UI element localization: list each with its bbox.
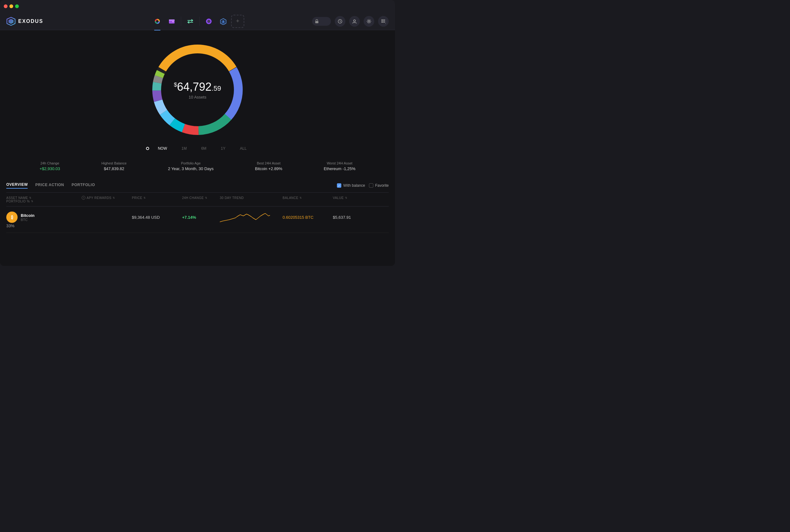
lock-button[interactable] (312, 17, 331, 26)
btc-change-24h: +7.14% (182, 215, 220, 220)
nav-tab-nft[interactable] (202, 15, 215, 28)
add-tab-button[interactable]: + (231, 15, 244, 28)
title-bar (0, 0, 395, 13)
svg-rect-21 (382, 20, 383, 21)
btc-sparkline (220, 211, 283, 224)
wallet-icon (168, 18, 175, 25)
nav-tab-exchange[interactable] (184, 15, 197, 28)
th-apy-rewards[interactable]: ? APY REWARDS ⇅ (82, 196, 132, 200)
timeline-all[interactable]: ALL (238, 145, 249, 152)
with-balance-checkbox[interactable]: ✓ (337, 183, 341, 188)
nav-tab-earn[interactable] (217, 15, 230, 28)
nav-tab-wallet[interactable] (165, 15, 178, 28)
btc-value: $5,637.91 (333, 215, 371, 220)
apps-icon (381, 19, 386, 24)
sort-icon-apy: ⇅ (113, 196, 115, 199)
portfolio-icon (154, 18, 161, 25)
th-24h-change[interactable]: 24H CHANGE ⇅ (182, 196, 220, 200)
tab-price-action[interactable]: PRICE ACTION (35, 183, 64, 188)
donut-center: $64,792.59 10 Assets (174, 80, 221, 99)
close-button[interactable] (4, 4, 7, 8)
favorite-checkbox[interactable] (369, 183, 373, 188)
svg-rect-23 (382, 22, 383, 23)
traffic-lights (4, 4, 19, 8)
exchange-icon (187, 18, 194, 25)
earn-icon (220, 18, 227, 25)
stat-portfolio-age: Portfolio Age 2 Year, 3 Month, 30 Days (168, 161, 213, 171)
logo-text: EXODUS (18, 19, 43, 24)
svg-point-8 (207, 20, 210, 23)
sort-icon-asset: ⇅ (29, 196, 32, 199)
timeline-now[interactable]: NOW (155, 145, 170, 152)
history-button[interactable] (335, 16, 345, 27)
stat-highest-balance: Highest Balance $47,839.82 (101, 161, 127, 171)
stats-row: 24h Change +$2,930.03 Highest Balance $4… (0, 158, 395, 177)
bitcoin-icon: ₿ (6, 211, 18, 223)
table-row[interactable]: ₿ Bitcoin BTC $9,364.48 USD +7.14% 0.602… (6, 207, 389, 233)
svg-rect-27 (385, 22, 386, 23)
nav-tabs: + (151, 15, 244, 28)
asset-name-bitcoin: Bitcoin (21, 213, 35, 218)
svg-rect-28 (385, 23, 386, 24)
asset-info: Bitcoin BTC (21, 213, 35, 222)
svg-rect-5 (169, 19, 174, 21)
settings-button[interactable] (363, 16, 374, 27)
history-icon (338, 19, 342, 24)
th-portfolio-pct[interactable]: PORTFOLIO % ⇅ (6, 200, 82, 203)
filter-favorite[interactable]: Favorite (369, 183, 389, 188)
header: EXODUS (0, 13, 395, 30)
maximize-button[interactable] (15, 4, 19, 8)
svg-rect-26 (385, 21, 386, 21)
assets-count: 10 Assets (174, 95, 221, 99)
btc-portfolio-pct: 33% (6, 224, 82, 228)
timeline-1y[interactable]: 1Y (218, 145, 228, 152)
tab-overview[interactable]: OVERVIEW (6, 182, 27, 189)
th-balance[interactable]: BALANCE ⇅ (283, 196, 333, 200)
th-value[interactable]: VALUE ⇅ (333, 196, 371, 200)
btc-sparkline-svg (220, 211, 270, 224)
favorite-label: Favorite (375, 183, 389, 188)
exodus-logo-icon (6, 17, 16, 26)
table-tabs-row: OVERVIEW PRICE ACTION PORTFOLIO ✓ With b… (6, 177, 389, 193)
th-price[interactable]: PRICE ⇅ (132, 196, 182, 200)
table-filters: ✓ With balance Favorite (337, 183, 389, 188)
svg-point-11 (223, 21, 224, 23)
btc-price: $9,364.48 USD (132, 215, 182, 220)
portfolio-total: $64,792.59 (174, 80, 221, 94)
sort-icon-balance: ⇅ (300, 196, 302, 199)
timeline-1m[interactable]: 1M (179, 145, 189, 152)
main-content: $64,792.59 10 Assets NOW 1M 6M 1Y ALL 24… (0, 30, 395, 266)
sort-icon-price: ⇅ (144, 196, 146, 199)
stat-24h-change: 24h Change +$2,930.03 (40, 161, 60, 171)
apps-button[interactable] (378, 16, 389, 27)
svg-point-15 (354, 20, 355, 22)
filter-with-balance[interactable]: ✓ With balance (337, 183, 365, 188)
header-right-controls (312, 16, 389, 27)
sort-icon-change: ⇅ (205, 196, 208, 199)
account-button[interactable] (349, 16, 360, 27)
timeline-6m[interactable]: 6M (199, 145, 209, 152)
minimize-button[interactable] (10, 4, 13, 8)
donut-chart: $64,792.59 10 Assets (147, 40, 248, 140)
asset-cell-bitcoin: ₿ Bitcoin BTC (6, 211, 82, 223)
account-icon (352, 19, 357, 24)
nav-divider-1 (181, 17, 181, 26)
svg-point-6 (172, 21, 174, 22)
table-header: ASSET NAME ⇅ ? APY REWARDS ⇅ PRICE ⇅ 24H… (6, 193, 389, 207)
timeline: NOW 1M 6M 1Y ALL (146, 145, 249, 152)
stat-worst-asset: Worst 24H Asset Ethereum -1,25% (324, 161, 355, 171)
th-asset-name[interactable]: ASSET NAME ⇅ (6, 196, 82, 200)
btc-balance: 0.60205315 BTC (283, 215, 333, 220)
svg-point-3 (156, 20, 158, 23)
svg-rect-13 (315, 21, 318, 23)
nft-icon (205, 18, 212, 25)
stat-best-asset: Best 24H Asset Bitcoin +2.89% (255, 161, 282, 171)
with-balance-label: With balance (343, 183, 365, 188)
nav-tab-portfolio[interactable] (151, 15, 164, 28)
chart-section: $64,792.59 10 Assets NOW 1M 6M 1Y ALL (0, 30, 395, 158)
asset-ticker-bitcoin: BTC (21, 218, 35, 222)
tab-portfolio[interactable]: PORTFOLIO (72, 183, 95, 188)
sort-icon-value: ⇅ (345, 196, 347, 199)
logo[interactable]: EXODUS (6, 17, 43, 26)
asset-table-section: OVERVIEW PRICE ACTION PORTFOLIO ✓ With b… (0, 177, 395, 233)
